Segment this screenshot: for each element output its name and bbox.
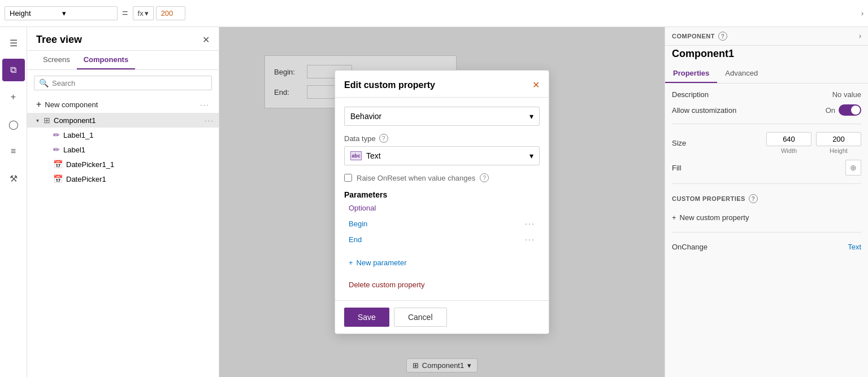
tree-item-datepicker1-1[interactable]: 📅 DatePicker1_1 [27, 157, 219, 172]
label-icon-label1: ✏ [53, 145, 60, 154]
save-button[interactable]: Save [344, 308, 389, 327]
size-label: Size [672, 139, 740, 147]
behavior-dropdown[interactable]: Behavior ▾ [344, 107, 540, 126]
new-component-label: New component [45, 100, 98, 109]
width-sub-label: Width [781, 147, 797, 154]
height-input-group: Height [816, 132, 861, 154]
prop-row-size: Size Width Height [672, 132, 861, 154]
properties-panel: COMPONENT ? › Component1 Properties Adva… [665, 27, 868, 377]
height-input[interactable] [816, 132, 861, 146]
onchange-label: OnChange [672, 243, 708, 251]
component-icon: ⊞ [44, 116, 50, 125]
custom-props-label: CUSTOM PROPERTIES [672, 195, 745, 202]
modal-header: Edit custom property ✕ [335, 71, 549, 98]
tab-screens[interactable]: Screens [36, 51, 77, 69]
allow-customization-toggle: On [826, 104, 861, 116]
cancel-button[interactable]: Cancel [394, 308, 447, 327]
tree-item-label-label1: Label1 [63, 146, 214, 154]
tree-item-label-component1: Component1 [54, 116, 201, 125]
plus-icon: + [36, 99, 41, 109]
datatype-left: abc Text [350, 151, 381, 160]
tree-item-label-datepicker1-1: DatePicker1_1 [66, 160, 214, 169]
divider-2 [672, 183, 861, 184]
raise-on-reset-help-icon[interactable]: ? [480, 173, 489, 182]
new-component-button[interactable]: + New component ··· [27, 96, 219, 113]
divider-3 [672, 232, 861, 233]
icon-bar-circle[interactable]: ◯ [2, 113, 25, 135]
fill-color-swatch[interactable]: ⊕ [845, 160, 861, 176]
icon-bar-hamburger[interactable]: ☰ [2, 32, 25, 54]
datatype-dropdown[interactable]: abc Text ▾ [344, 146, 540, 165]
new-component-more[interactable]: ··· [200, 100, 210, 109]
divider-1 [672, 124, 861, 124]
top-bar-chevron-right[interactable]: › [861, 10, 863, 17]
tree-panel: Tree view ✕ Screens Components 🔍 + New c… [27, 27, 219, 377]
component-name: Component1 [665, 46, 868, 64]
raise-on-reset-row: Raise OnReset when value changes ? [344, 173, 540, 182]
label-icon-label1-1: ✏ [53, 130, 60, 139]
behavior-chevron: ▾ [530, 112, 533, 121]
custom-props-help-icon[interactable]: ? [749, 194, 758, 203]
datatype-chevron: ▾ [530, 151, 533, 160]
onchange-value[interactable]: Text [848, 243, 861, 251]
tree-items: ▾ ⊞ Component1 ··· ✏ Label1_1 ✏ Label1 📅 [27, 113, 219, 377]
props-body: Description No value Allow customization… [665, 84, 868, 260]
param-begin-label: Begin [349, 220, 367, 228]
param-item-begin[interactable]: Begin ··· [344, 216, 540, 231]
tree-item-datepicker1[interactable]: 📅 DatePicker1 [27, 172, 219, 186]
tree-close-button[interactable]: ✕ [202, 34, 210, 45]
formula-bar[interactable]: 200 [156, 6, 185, 20]
icon-bar-tools[interactable]: ⚒ [2, 167, 25, 190]
prop-row-fill: Fill ⊕ [672, 160, 861, 176]
parameters-title: Parameters [344, 190, 540, 199]
width-input[interactable] [766, 132, 811, 146]
icon-bar-layers[interactable]: ⧉ [2, 59, 25, 81]
tree-item-label1-1[interactable]: ✏ Label1_1 [27, 128, 219, 142]
fx-button[interactable]: fx ▾ [133, 6, 154, 20]
property-select-label: Height [10, 9, 60, 17]
fx-chevron: ▾ [145, 9, 149, 17]
param-item-end[interactable]: End ··· [344, 231, 540, 247]
custom-props-header: CUSTOM PROPERTIES ? [672, 192, 861, 205]
tree-item-label1[interactable]: ✏ Label1 [27, 142, 219, 157]
property-select[interactable]: Height ▾ [5, 6, 118, 20]
component-help-icon[interactable]: ? [718, 32, 727, 41]
canvas: Begin: End: ⊞ Component1 ▾ Edit custom p… [219, 27, 665, 377]
raise-on-reset-checkbox[interactable] [344, 174, 352, 182]
equals-sign: = [120, 7, 131, 19]
props-header: COMPONENT ? › [665, 27, 868, 46]
icon-bar: ☰ ⧉ + ◯ ≡ ⚒ [0, 27, 27, 377]
param-end-more[interactable]: ··· [525, 235, 535, 244]
props-chevron-right[interactable]: › [859, 32, 861, 40]
tab-advanced[interactable]: Advanced [717, 64, 766, 83]
prop-row-description: Description No value [672, 90, 861, 99]
component-meta-text: COMPONENT [672, 33, 715, 40]
modal-close-button[interactable]: ✕ [532, 80, 540, 90]
top-bar-left: Height ▾ = fx ▾ 200 [5, 6, 185, 20]
icon-bar-sliders[interactable]: ≡ [2, 140, 25, 163]
tree-chevron-component1: ▾ [36, 117, 39, 124]
property-chevron: ▾ [62, 9, 112, 17]
tree-item-component1[interactable]: ▾ ⊞ Component1 ··· [27, 113, 219, 128]
tree-item-label-datepicker1: DatePicker1 [66, 175, 214, 183]
tree-search-box: 🔍 [34, 76, 212, 90]
icon-bar-plus[interactable]: + [2, 86, 25, 108]
search-input[interactable] [52, 79, 207, 87]
toggle-switch[interactable] [839, 104, 861, 116]
tree-item-more-component1[interactable]: ··· [205, 116, 214, 125]
delete-custom-property-button[interactable]: Delete custom property [344, 278, 540, 291]
description-value: No value [832, 90, 861, 99]
width-input-group: Width [766, 132, 811, 154]
tab-properties[interactable]: Properties [665, 64, 717, 83]
modal-overlay: Edit custom property ✕ Behavior ▾ Data t… [219, 27, 665, 377]
new-parameter-button[interactable]: + New parameter [344, 255, 540, 270]
toggle-on-label: On [826, 106, 835, 115]
datepicker-icon-1-1: 📅 [53, 160, 63, 169]
tab-components[interactable]: Components [77, 51, 135, 69]
datatype-help-icon[interactable]: ? [379, 134, 388, 143]
behavior-label: Behavior [350, 112, 381, 121]
datepicker-icon-1: 📅 [53, 174, 63, 183]
modal-title: Edit custom property [344, 80, 435, 90]
new-custom-property-button[interactable]: + New custom property [672, 211, 861, 224]
param-begin-more[interactable]: ··· [525, 219, 535, 228]
